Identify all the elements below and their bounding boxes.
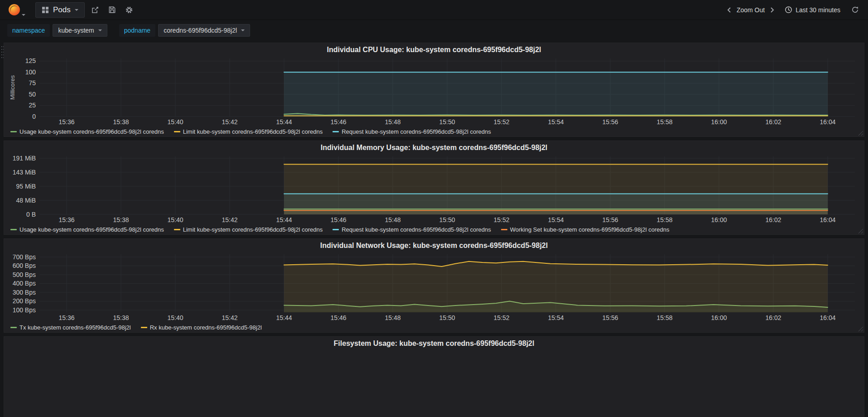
panel-filesystem-usage: Filesystem Usage: kube-system coredns-69…	[4, 336, 864, 417]
svg-text:15:52: 15:52	[493, 216, 509, 223]
panel-memory-usage: Individual Memory Usage: kube-system cor…	[4, 141, 864, 235]
svg-text:15:56: 15:56	[602, 216, 618, 223]
svg-text:16:00: 16:00	[711, 216, 727, 223]
svg-text:15:48: 15:48	[385, 216, 400, 223]
dashboard-grid-icon	[42, 6, 49, 14]
legend-label: Limit kube-system coredns-695f96dcd5-98j…	[183, 128, 323, 135]
legend-label: Usage kube-system coredns-695f96dcd5-98j…	[19, 128, 164, 135]
time-range-picker-button[interactable]: Last 30 minutes	[785, 6, 840, 14]
svg-text:500 Bps: 500 Bps	[13, 271, 36, 278]
svg-text:15:48: 15:48	[385, 118, 400, 126]
svg-text:95 MiB: 95 MiB	[16, 183, 36, 190]
filesystem-usage-chart[interactable]	[9, 349, 859, 417]
legend-item[interactable]: Limit kube-system coredns-695f96dcd5-98j…	[174, 128, 323, 135]
legend-label: Request kube-system coredns-695f96dcd5-9…	[342, 226, 491, 233]
svg-text:15:42: 15:42	[222, 314, 237, 321]
network-usage-legend: Tx kube-system coredns-695f96dcd5-98j2lR…	[9, 322, 859, 332]
svg-text:15:56: 15:56	[602, 314, 618, 321]
cpu-usage-chart[interactable]: 025507510012515:3615:3815:4015:4215:4415…	[9, 56, 859, 126]
top-navbar: Pods Zoom Out	[0, 0, 868, 20]
svg-text:15:36: 15:36	[58, 216, 74, 223]
panel-title[interactable]: Individual Memory Usage: kube-system cor…	[9, 142, 859, 154]
svg-text:15:38: 15:38	[113, 216, 129, 223]
svg-text:15:50: 15:50	[439, 216, 455, 223]
svg-text:15:44: 15:44	[276, 314, 292, 321]
refresh-icon	[851, 6, 859, 14]
svg-text:15:46: 15:46	[330, 216, 346, 223]
series-color-icon	[333, 229, 339, 230]
svg-text:16:04: 16:04	[820, 216, 835, 223]
svg-text:15:38: 15:38	[113, 118, 129, 126]
memory-usage-chart[interactable]: 0 B48 MiB95 MiB143 MiB191 MiB15:3615:381…	[9, 154, 859, 224]
share-button[interactable]	[88, 3, 102, 17]
svg-text:191 MiB: 191 MiB	[13, 155, 36, 162]
svg-text:15:58: 15:58	[656, 314, 672, 321]
svg-text:0: 0	[32, 113, 36, 120]
panel-title[interactable]: Individual CPU Usage: kube-system coredn…	[9, 44, 859, 56]
svg-text:Millicores: Millicores	[9, 75, 16, 100]
svg-text:15:56: 15:56	[602, 118, 618, 126]
save-button[interactable]	[106, 3, 119, 16]
svg-text:16:00: 16:00	[711, 314, 727, 321]
svg-text:15:54: 15:54	[548, 118, 564, 126]
svg-text:15:40: 15:40	[167, 118, 183, 126]
legend-item[interactable]: Tx kube-system coredns-695f96dcd5-98j2l	[10, 324, 131, 331]
legend-item[interactable]: Usage kube-system coredns-695f96dcd5-98j…	[10, 226, 164, 233]
clock-icon	[785, 6, 792, 14]
legend-item[interactable]: Working Set kube-system coredns-695f96dc…	[501, 226, 670, 233]
time-range-label: Last 30 minutes	[796, 6, 840, 14]
variable-label-namespace: namespace	[7, 24, 50, 37]
svg-text:15:58: 15:58	[656, 216, 672, 223]
svg-text:125: 125	[25, 57, 36, 64]
legend-item[interactable]: Usage kube-system coredns-695f96dcd5-98j…	[10, 128, 164, 135]
legend-label: Usage kube-system coredns-695f96dcd5-98j…	[19, 226, 164, 233]
legend-item[interactable]: Rx kube-system coredns-695f96dcd5-98j2l	[141, 324, 262, 331]
svg-text:15:40: 15:40	[167, 314, 183, 321]
svg-text:16:02: 16:02	[765, 216, 781, 223]
legend-label: Rx kube-system coredns-695f96dcd5-98j2l	[150, 324, 262, 331]
svg-text:48 MiB: 48 MiB	[16, 197, 36, 204]
chevron-right-icon	[769, 7, 775, 13]
caret-down-icon	[98, 29, 102, 31]
grafana-menu-button[interactable]	[6, 3, 27, 17]
legend-item[interactable]: Request kube-system coredns-695f96dcd5-9…	[333, 128, 491, 135]
series-color-icon	[141, 327, 147, 328]
refresh-button[interactable]	[849, 3, 862, 16]
panel-title[interactable]: Individual Network Usage: kube-system co…	[9, 240, 859, 252]
legend-item[interactable]: Limit kube-system coredns-695f96dcd5-98j…	[174, 226, 323, 233]
svg-text:15:50: 15:50	[439, 118, 455, 126]
network-usage-chart[interactable]: 100 Bps200 Bps300 Bps400 Bps500 Bps600 B…	[9, 252, 859, 322]
svg-text:25: 25	[29, 102, 36, 109]
chevron-left-icon	[727, 7, 732, 13]
variable-value-namespace[interactable]: kube-system	[53, 24, 107, 37]
zoom-out-button[interactable]: Zoom Out	[735, 4, 767, 16]
svg-text:50: 50	[29, 91, 36, 98]
legend-label: Tx kube-system coredns-695f96dcd5-98j2l	[19, 324, 131, 331]
svg-text:15:54: 15:54	[548, 314, 564, 321]
variable-label-podname: podname	[119, 24, 155, 37]
time-back-button[interactable]	[724, 4, 735, 16]
svg-text:600 Bps: 600 Bps	[13, 262, 36, 269]
svg-text:15:52: 15:52	[493, 314, 509, 321]
legend-item[interactable]: Request kube-system coredns-695f96dcd5-9…	[333, 226, 491, 233]
dashboard-picker-button[interactable]: Pods	[35, 2, 85, 18]
svg-text:200 Bps: 200 Bps	[13, 297, 36, 305]
legend-label: Request kube-system coredns-695f96dcd5-9…	[342, 128, 491, 135]
panel-title[interactable]: Filesystem Usage: kube-system coredns-69…	[9, 338, 859, 349]
svg-text:100 Bps: 100 Bps	[13, 306, 36, 314]
legend-label: Limit kube-system coredns-695f96dcd5-98j…	[183, 226, 323, 233]
variable-value-text: kube-system	[58, 27, 94, 34]
time-forward-button[interactable]	[767, 4, 777, 16]
svg-text:15:52: 15:52	[493, 118, 509, 126]
svg-text:15:42: 15:42	[222, 118, 237, 126]
navbar-time-controls: Zoom Out Last 30 minutes	[724, 3, 862, 16]
variable-value-text: coredns-695f96dcd5-98j2l	[164, 27, 237, 34]
svg-text:16:04: 16:04	[820, 314, 835, 321]
svg-text:700 Bps: 700 Bps	[13, 253, 36, 261]
svg-text:100: 100	[25, 68, 36, 76]
svg-text:15:54: 15:54	[548, 216, 564, 223]
gear-icon	[125, 6, 133, 14]
settings-button[interactable]	[122, 3, 136, 17]
variable-namespace: namespace kube-system	[7, 24, 107, 37]
variable-value-podname[interactable]: coredns-695f96dcd5-98j2l	[158, 24, 250, 37]
